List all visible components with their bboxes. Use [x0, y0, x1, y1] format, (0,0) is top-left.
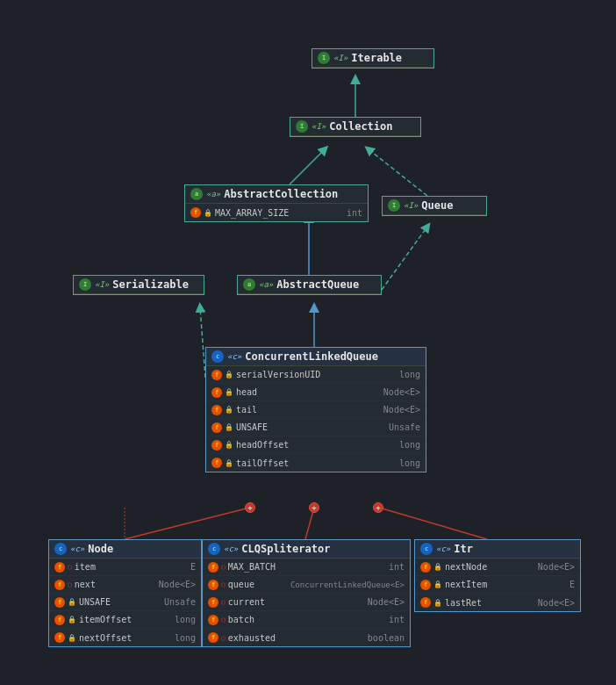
- field-head: f 🔒 head Node<E>: [206, 384, 426, 401]
- lock-next-item: 🔒: [433, 580, 442, 588]
- clq-spliterator-class: c «c» CLQSpliterator f ○ MAX_BATCH int f…: [202, 539, 411, 647]
- fi-next-offset: f: [54, 632, 65, 643]
- abstract-queue-icon: a: [243, 278, 255, 291]
- iterable-name: Iterable: [351, 52, 402, 64]
- lock-tailoffset: 🔒: [225, 459, 233, 467]
- diagram-canvas: + + + I «I» Iterable I «I» Collection a …: [0, 0, 616, 685]
- lock-next-offset: 🔒: [68, 634, 76, 642]
- circle-next: ○: [68, 580, 72, 588]
- fi-item: f: [54, 562, 65, 573]
- field-queue: f ○ queue ConcurrentLinkedQueue<E>: [203, 576, 410, 594]
- fi-exhausted: f: [208, 632, 218, 643]
- collection-class: I «I» Collection: [290, 117, 421, 137]
- collection-stereotype: «I»: [312, 122, 326, 131]
- field-next-offset: f 🔒 nextOffset long: [49, 629, 201, 646]
- node-class: c «c» Node f ○ item E f ○ next Node<E> f…: [48, 539, 202, 647]
- fi-tail: f: [211, 405, 222, 415]
- field-serial-version-uid: f 🔒 serialVersionUID long: [206, 366, 426, 384]
- field-max-batch: f ○ MAX_BATCH int: [203, 559, 410, 576]
- itr-name: Itr: [454, 543, 473, 555]
- lock-next-node: 🔒: [433, 563, 442, 571]
- serializable-icon: I: [79, 278, 91, 291]
- circle-queue: ○: [221, 580, 226, 588]
- abstract-collection-header: a «a» AbstractCollection: [185, 185, 368, 204]
- lock-max-array: 🔒: [204, 209, 212, 217]
- queue-header: I «I» Queue: [383, 197, 486, 215]
- field-tail: f 🔒 tail Node<E>: [206, 401, 426, 419]
- collection-header: I «I» Collection: [290, 118, 420, 136]
- svg-line-7: [382, 227, 427, 290]
- fi-next: f: [54, 580, 65, 590]
- lock-last-ret: 🔒: [433, 599, 442, 607]
- clqs-stereotype: «c»: [224, 544, 238, 553]
- circle-exhausted: ○: [221, 634, 226, 642]
- circle-max-batch: ○: [221, 563, 226, 571]
- clq-name: ConcurrentLinkedQueue: [245, 350, 378, 363]
- field-tail-offset: f 🔒 tailOffset long: [206, 454, 426, 472]
- lock-headoffset: 🔒: [225, 441, 233, 449]
- expand-node-btn[interactable]: +: [245, 502, 255, 513]
- fi-item-offset: f: [54, 615, 65, 625]
- abstract-collection-name: AbstractCollection: [224, 188, 338, 200]
- fi-max-batch: f: [208, 562, 218, 573]
- field-icon-max-array: f: [190, 207, 201, 218]
- clqs-header: c «c» CLQSpliterator: [203, 540, 410, 559]
- fi-next-node: f: [420, 562, 431, 573]
- expand-itr-btn[interactable]: +: [373, 502, 383, 513]
- svg-line-5: [369, 149, 427, 196]
- clq-header: c «c» ConcurrentLinkedQueue: [206, 348, 426, 366]
- queue-name: Queue: [421, 199, 453, 212]
- circle-item: ○: [68, 563, 72, 571]
- lock-serial: 🔒: [225, 371, 233, 379]
- fi-head: f: [211, 387, 222, 398]
- fi-queue: f: [208, 580, 218, 590]
- field-current: f ○ current Node<E>: [203, 594, 410, 611]
- lock-unsafe: 🔒: [225, 423, 233, 431]
- iterable-icon: I: [318, 52, 330, 64]
- queue-icon: I: [388, 199, 400, 212]
- concurrent-linked-queue-class: c «c» ConcurrentLinkedQueue f 🔒 serialVe…: [205, 347, 426, 472]
- fi-last-ret: f: [420, 597, 431, 608]
- fi-next-item: f: [420, 580, 431, 590]
- field-next-node: f 🔒 nextNode Node<E>: [415, 559, 580, 576]
- field-item-offset: f 🔒 itemOffset long: [49, 611, 201, 629]
- fi-node-unsafe: f: [54, 597, 65, 608]
- collection-name: Collection: [329, 120, 392, 133]
- fi-unsafe: f: [211, 422, 222, 433]
- abstract-queue-stereotype: «a»: [259, 280, 273, 289]
- svg-line-4: [290, 149, 325, 184]
- abstract-collection-icon: a: [190, 188, 203, 200]
- field-batch: f ○ batch int: [203, 611, 410, 629]
- field-node-unsafe: f 🔒 UNSAFE Unsafe: [49, 594, 201, 611]
- field-next-item: f 🔒 nextItem E: [415, 576, 580, 594]
- fi-current: f: [208, 597, 218, 608]
- lock-node-unsafe: 🔒: [68, 598, 76, 606]
- fi-batch: f: [208, 615, 218, 625]
- iterable-header: I «I» Iterable: [312, 49, 433, 68]
- expand-clq-btn[interactable]: +: [309, 502, 319, 513]
- lock-tail: 🔒: [225, 406, 233, 414]
- node-name: Node: [88, 543, 113, 555]
- serializable-stereotype: «I»: [95, 280, 109, 289]
- node-stereotype: «c»: [70, 544, 84, 553]
- itr-icon: c: [420, 543, 433, 555]
- queue-class: I «I» Queue: [382, 196, 487, 216]
- circle-batch: ○: [221, 616, 226, 624]
- fi-headoffset: f: [211, 440, 222, 451]
- svg-line-10: [125, 508, 250, 539]
- abstract-collection-class: a «a» AbstractCollection f 🔒 MAX_ARRAY_S…: [184, 184, 369, 222]
- fi-serial: f: [211, 370, 222, 380]
- serializable-class: I «I» Serializable: [73, 275, 204, 295]
- fi-tailoffset: f: [211, 458, 222, 468]
- abstract-queue-name: AbstractQueue: [276, 278, 359, 291]
- field-unsafe: f 🔒 UNSAFE Unsafe: [206, 419, 426, 436]
- serializable-header: I «I» Serializable: [74, 276, 204, 294]
- lock-head: 🔒: [225, 388, 233, 396]
- field-next: f ○ next Node<E>: [49, 576, 201, 594]
- abstract-collection-stereotype: «a»: [206, 190, 220, 198]
- collection-icon: I: [296, 120, 308, 133]
- queue-stereotype: «I»: [404, 201, 418, 210]
- svg-line-12: [379, 508, 487, 539]
- iterable-stereotype: «I»: [333, 54, 347, 62]
- lock-item-offset: 🔒: [68, 616, 76, 624]
